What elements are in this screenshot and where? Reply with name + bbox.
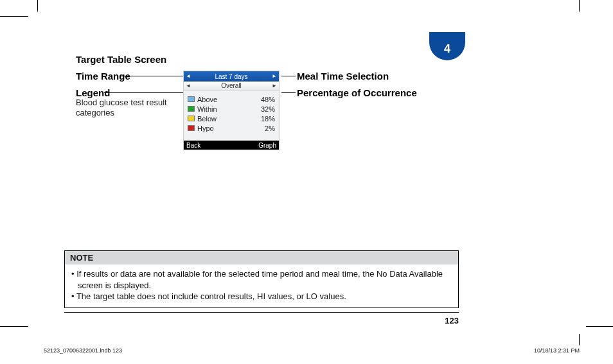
note-item: • If results or data are not available f… [71, 268, 452, 291]
category-label: Above [197, 96, 254, 103]
percentage-value: 48% [254, 96, 275, 103]
table-row: Hypo2% [188, 123, 275, 133]
table-row: Within32% [188, 104, 275, 114]
footer-timestamp: 10/18/13 2:31 PM [534, 347, 580, 354]
note-item: • The target table does not include cont… [71, 291, 452, 302]
percentage-value: 18% [254, 115, 275, 123]
prev-meal-time-icon[interactable]: ◄ [186, 83, 191, 89]
note-box: NOTE • If results or data are not availa… [64, 250, 459, 308]
percentage-value: 32% [254, 105, 275, 113]
meal-time-label: Overall [221, 82, 242, 89]
percentage-value: 2% [254, 125, 275, 132]
softkey-bar: Back Graph [184, 141, 279, 150]
note-body: • If results or data are not available f… [65, 264, 458, 308]
legend-swatch [188, 116, 195, 121]
legend-swatch [188, 96, 195, 102]
legend-subtext: Blood glucose test result categories [76, 98, 172, 119]
time-range-label: Last 7 days [215, 73, 247, 80]
print-footer: 52123_07006322001.indb 123 10/18/13 2:31… [44, 347, 580, 354]
time-range-bar[interactable]: ◄ Last 7 days ► [184, 71, 279, 82]
footer-file: 52123_07006322001.indb 123 [44, 347, 122, 354]
note-heading: NOTE [65, 251, 458, 264]
page-number: 123 [445, 316, 459, 325]
device-screen: ◄ Last 7 days ► ◄ Overall ► Above48%With… [183, 71, 280, 150]
target-table-body: Above48%Within32%Below18%Hypo2% [184, 91, 279, 133]
meal-time-bar[interactable]: ◄ Overall ► [184, 82, 279, 91]
table-row: Below18% [188, 114, 275, 123]
next-meal-time-icon[interactable]: ► [272, 83, 277, 89]
section-title: Target Table Screen [76, 54, 166, 65]
next-time-range-icon[interactable]: ► [272, 74, 277, 79]
label-meal-time: Meal Time Selection [297, 71, 389, 82]
softkey-back[interactable]: Back [186, 142, 200, 149]
category-label: Within [197, 105, 254, 113]
label-percentage: Percentage of Occurrence [297, 87, 417, 98]
prev-time-range-icon[interactable]: ◄ [186, 74, 191, 79]
table-row: Above48% [188, 94, 275, 104]
category-label: Below [197, 115, 254, 123]
chapter-tab: 4 [429, 32, 465, 60]
legend-swatch [188, 106, 195, 112]
category-label: Hypo [197, 125, 254, 132]
legend-swatch [188, 125, 195, 131]
softkey-graph[interactable]: Graph [258, 142, 276, 149]
